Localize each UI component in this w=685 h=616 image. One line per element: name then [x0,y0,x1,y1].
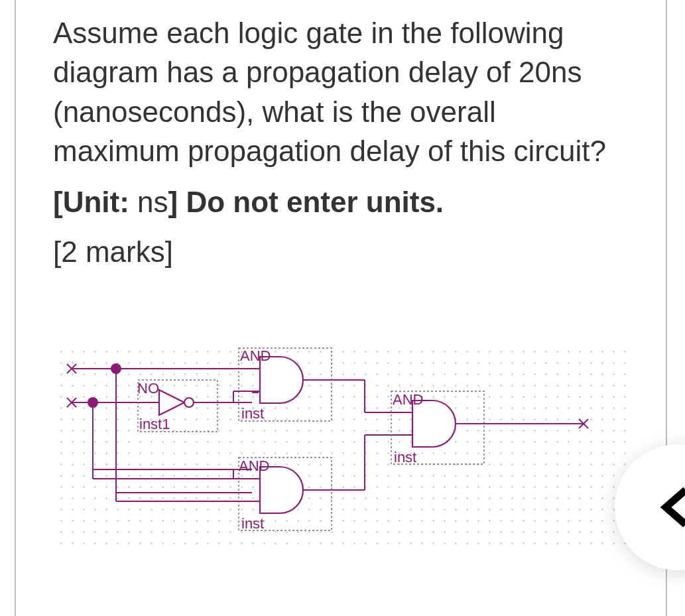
chevron-left-icon [656,486,685,528]
and-bottom-type-label: AND [239,458,269,474]
and-gate-bottom-body: AND inst [239,458,365,532]
question-content: Assume each logic gate in the following … [53,13,630,282]
and-gate-top-body: AND inst [240,347,365,422]
not-inst-label: inst1 [139,416,170,432]
marks-text: [2 marks] [53,233,630,271]
svg-point-5 [184,398,194,407]
unit-prefix: [Unit: [53,186,129,218]
and-top-type-label: AND [240,347,271,364]
and-gate-out-body: AND inst [393,391,584,465]
not-type-label: NO [137,380,159,397]
question-text: Assume each logic gate in the following … [53,13,630,171]
unit-value: ns [129,186,168,218]
not-gate: NO inst1 [137,380,252,432]
and-out-inst-label: inst [394,449,416,465]
unit-line: [Unit: ns] Do not enter units. [53,183,630,221]
circuit-svg: NO inst1 AND inst [53,343,626,546]
and-top-inst-label: inst [241,405,264,422]
and-gate-top [252,369,259,393]
and-bottom-inst-label: inst [241,515,264,532]
unit-suffix: ] Do not enter units. [168,186,444,218]
circuit-diagram: NO inst1 AND inst [53,343,626,546]
and-out-type-label: AND [393,391,423,408]
